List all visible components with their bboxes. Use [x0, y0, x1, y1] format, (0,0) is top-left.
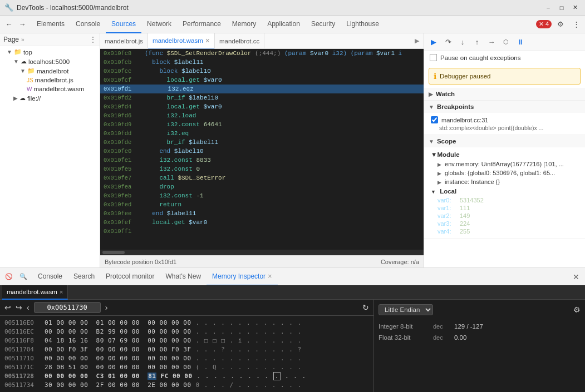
- tab-application[interactable]: Application: [262, 16, 306, 33]
- scope-header[interactable]: ▼ Scope: [424, 135, 585, 147]
- memory-file-tab[interactable]: mandelbrot.wasm ×: [2, 285, 68, 300]
- devtools-favicon: 🔧: [4, 3, 13, 12]
- more-button[interactable]: ⋮: [569, 18, 583, 31]
- pause-exceptions-checkbox[interactable]: [430, 54, 437, 61]
- main-tabs: Elements Console Sources Network Perform…: [31, 16, 385, 33]
- breakpoints-header[interactable]: ▼ Breakpoints: [424, 101, 585, 113]
- endian-select[interactable]: Little Endian Big Endian: [378, 304, 433, 315]
- main-layout: Page » ⋮ ▼ 📁 top ▼ ☁ localhost:5000 ▼ 📁 …: [0, 33, 585, 267]
- tree-label-mandelbrot: mandelbrot: [37, 68, 69, 75]
- tab-search[interactable]: Search: [68, 268, 100, 286]
- bp-detail: std::complex<double> point((double)x ...: [429, 125, 581, 131]
- float32-label: Float 32-bit: [378, 334, 429, 341]
- tab-memory-inspector[interactable]: Memory Inspector ×: [207, 268, 278, 286]
- float32-enc: dec: [433, 334, 450, 341]
- tab-protocol-monitor[interactable]: Protocol monitor: [100, 268, 160, 286]
- horizontal-scrollbar[interactable]: [100, 250, 424, 255]
- console-search[interactable]: 🔍: [17, 270, 30, 284]
- tree-item-file[interactable]: ▶ ☁ file://: [0, 93, 100, 103]
- tree-item-mandelbrot-folder[interactable]: ▼ 📁 mandelbrot: [0, 66, 100, 76]
- code-status: Bytecode position 0x10fd1 Coverage: n/a: [100, 255, 424, 267]
- tab-performance[interactable]: Performance: [177, 16, 227, 33]
- tree-item-top[interactable]: ▼ 📁 top: [0, 47, 100, 57]
- file-tab-mandelbrot-js[interactable]: mandelbrot.js: [100, 33, 148, 49]
- module-header[interactable]: ▼ Module: [429, 150, 581, 160]
- close-memory-inspector[interactable]: ×: [268, 272, 272, 280]
- close-wasm-tab[interactable]: ×: [205, 36, 210, 45]
- code-line: 0x010fde br_if $label11: [100, 138, 424, 147]
- tree-label-mandelbrot-js: mandelbrot.js: [35, 77, 73, 83]
- tabs-more[interactable]: ▶: [410, 34, 424, 48]
- hex-row-6: 00511728 00 00 00 00 C3 01 00 00 81 FC 0…: [0, 371, 373, 380]
- int8-enc: dec: [433, 323, 450, 330]
- address-input[interactable]: 0x00511730: [34, 302, 101, 313]
- step-out-button[interactable]: ↑: [471, 36, 483, 48]
- bp-arrow: ▼: [429, 104, 434, 110]
- undo-button[interactable]: ↩: [4, 303, 11, 312]
- tab-elements[interactable]: Elements: [31, 16, 70, 33]
- tree-item-mandelbrot-js[interactable]: JS mandelbrot.js: [0, 76, 100, 85]
- window-title: DevTools - localhost:5000/mandelbrot: [17, 4, 543, 12]
- memory-file-tabs: mandelbrot.wasm ×: [0, 285, 585, 300]
- tree-item-localhost[interactable]: ▼ ☁ localhost:5000: [0, 57, 100, 66]
- scope-section: ▼ Scope ▼ Module ▶ env.memory: Uint8Arra…: [424, 135, 585, 239]
- watch-section: ▶ Watch: [424, 88, 585, 101]
- close-memory-file-tab[interactable]: ×: [60, 289, 63, 295]
- instance-item: ▶ instance: Instance {}: [429, 177, 581, 186]
- code-line: 0x010fe0 end $label10: [100, 147, 424, 156]
- tab-memory[interactable]: Memory: [227, 16, 262, 33]
- tab-network[interactable]: Network: [141, 16, 177, 33]
- watch-header[interactable]: ▶ Watch: [424, 88, 585, 100]
- redo-button[interactable]: ↪: [16, 303, 22, 312]
- tab-security[interactable]: Security: [306, 16, 341, 33]
- tab-lighthouse[interactable]: Lighthouse: [341, 16, 385, 33]
- prev-page-button[interactable]: ‹: [27, 303, 30, 312]
- coverage-status: Coverage: n/a: [381, 259, 419, 265]
- tree-label-top: top: [23, 49, 32, 56]
- forward-button[interactable]: →: [16, 18, 29, 31]
- tree-item-mandelbrot-wasm[interactable]: W mandelbrot.wasm: [0, 85, 100, 93]
- window-controls: − □ ✕: [543, 3, 581, 13]
- code-line: 0x010fdd i32.eq: [100, 129, 424, 138]
- info-gear-button[interactable]: ⚙: [573, 305, 581, 314]
- pause-exceptions-label: Pause on caught exceptions: [440, 54, 521, 61]
- breakpoints-body: mandelbrot.cc:31 std::complex<double> po…: [424, 113, 585, 135]
- close-button[interactable]: ✕: [569, 3, 581, 13]
- left-panel-more[interactable]: ⋮: [90, 36, 96, 43]
- bp-checkbox[interactable]: [431, 116, 438, 123]
- restore-button[interactable]: □: [556, 3, 567, 13]
- local-header[interactable]: ▼ Local: [429, 186, 581, 196]
- bottom-left-buttons: 🚫 🔍: [2, 270, 30, 284]
- settings-button[interactable]: ⚙: [554, 18, 567, 31]
- console-clear[interactable]: 🚫: [2, 270, 16, 284]
- int8-label: Integer 8-bit: [378, 323, 429, 330]
- bottom-close-button[interactable]: ✕: [569, 272, 583, 281]
- watch-label: Watch: [436, 91, 455, 97]
- code-area[interactable]: 0x010fc8 (func $SDL_SetRenderDrawColor (…: [100, 49, 424, 250]
- file-tab-mandelbrot-cc[interactable]: mandelbrot.cc: [215, 33, 264, 49]
- step-into-button[interactable]: ↓: [456, 36, 469, 48]
- globals-item: ▶ globals: {global0: 5306976, global1: 6…: [429, 168, 581, 177]
- next-page-button[interactable]: ›: [105, 303, 108, 312]
- tab-sources[interactable]: Sources: [106, 16, 141, 33]
- breakpoint-item: mandelbrot.cc:31: [429, 115, 581, 125]
- tab-whats-new[interactable]: What's New: [160, 268, 207, 286]
- file-tab-mandelbrot-wasm[interactable]: mandelbrot.wasm ×: [148, 33, 215, 49]
- step-over-button[interactable]: ↷: [442, 36, 454, 48]
- step-button[interactable]: →: [485, 36, 498, 48]
- minimize-button[interactable]: −: [543, 3, 554, 13]
- deactivate-breakpoints[interactable]: ⬡: [500, 36, 512, 48]
- code-line: 0x010ff1: [100, 227, 424, 236]
- back-button[interactable]: ←: [2, 18, 16, 31]
- title-bar: 🔧 DevTools - localhost:5000/mandelbrot −…: [0, 0, 585, 16]
- hex-row-2: 005116F8 04 18 16 16 80 07 69 00 00 00 0…: [0, 336, 373, 345]
- resume-button[interactable]: ▶: [427, 36, 440, 48]
- refresh-button[interactable]: ↻: [362, 303, 369, 312]
- pause-on-exception[interactable]: ⏸: [514, 36, 527, 48]
- hex-display[interactable]: 005116E0 01 00 00 00 01 00 00 00 00 00 0…: [0, 316, 373, 392]
- tab-console[interactable]: Console: [70, 16, 106, 33]
- file-tree: ▼ 📁 top ▼ ☁ localhost:5000 ▼ 📁 mandelbro…: [0, 46, 100, 104]
- instance-text: instance: Instance {}: [445, 178, 500, 185]
- tab-console-bottom[interactable]: Console: [32, 268, 68, 286]
- hex-row-0: 005116E0 01 00 00 00 01 00 00 00 00 00 0…: [0, 318, 373, 327]
